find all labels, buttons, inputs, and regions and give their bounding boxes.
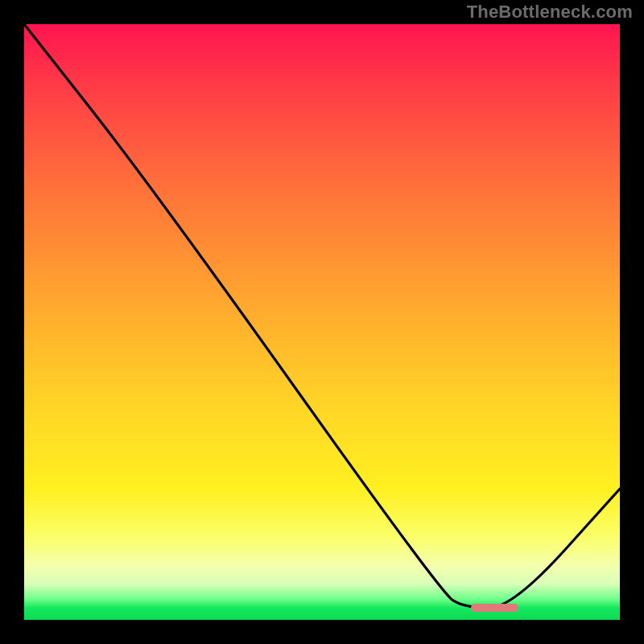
optimal-marker [471,604,518,612]
chart-stage: TheBottleneck.com [0,0,644,644]
curve-svg [24,24,620,620]
watermark-text: TheBottleneck.com [467,2,633,23]
curve-path [24,24,620,608]
plot-area [24,24,620,620]
